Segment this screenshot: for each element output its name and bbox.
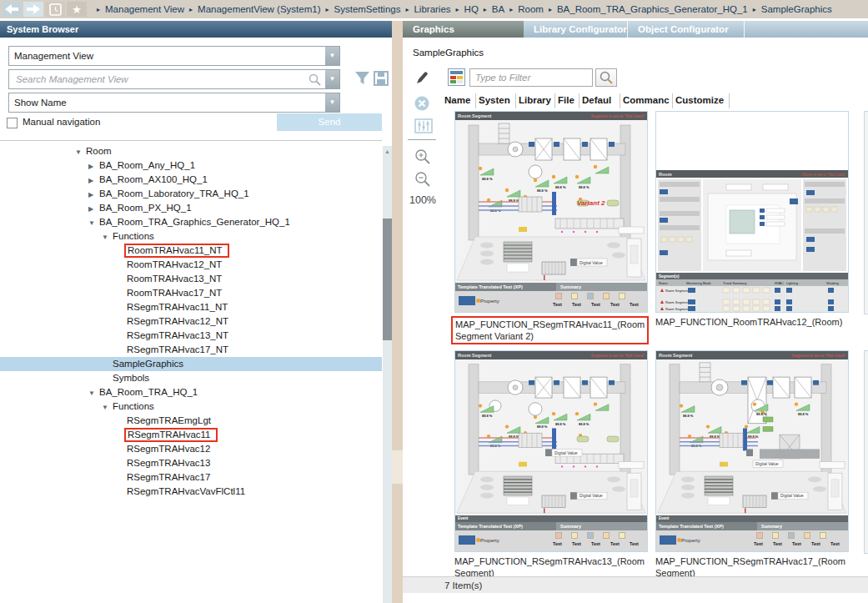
breadcrumb-item[interactable]: Room	[518, 4, 544, 14]
expand-arrow-icon[interactable]	[88, 216, 99, 230]
tree-item[interactable]: RoomTRAHvac17_NT	[0, 286, 382, 300]
tree-item[interactable]: RSegmTRAHvac12_NT	[0, 314, 382, 329]
send-button[interactable]: Send	[277, 113, 382, 131]
thumbnail-card-4[interactable]: Room Segment Segment is set to "Not Used…	[655, 350, 849, 552]
close-circle-icon[interactable]	[414, 96, 429, 111]
thumbnail-caption[interactable]: MAP_FUNCTION_RoomTRAHvac12_(Room)	[655, 316, 849, 328]
column-header[interactable]: Name	[442, 93, 476, 108]
tree-item[interactable]: RSegmTRAHvac12	[0, 442, 382, 456]
breadcrumb-item[interactable]: HQ	[464, 4, 479, 14]
expand-arrow-icon[interactable]	[102, 400, 113, 415]
scroll-up-icon[interactable]: ▲	[383, 148, 392, 154]
thumbnail-card-1[interactable]: Room Segment Segment is set to "Not Used…	[454, 111, 648, 313]
breadcrumb-item[interactable]: BA_Room_TRA_Graphics_Generator_HQ_1	[557, 4, 748, 14]
tree-item-room[interactable]: Room	[0, 144, 382, 158]
tree-item[interactable]: RSegmTRAHvac17_NT	[0, 343, 382, 357]
view-dropdown[interactable]: Management View ▼	[8, 46, 340, 66]
splitter-grip[interactable]	[392, 450, 403, 484]
manual-navigation-checkbox[interactable]	[7, 118, 18, 128]
forward-button[interactable]	[23, 2, 43, 17]
filter-search-button[interactable]	[595, 68, 617, 87]
svg-text:Digital Value: Digital Value	[755, 462, 779, 466]
thumbnail-card-partial[interactable]	[864, 111, 868, 314]
tree-item-functions[interactable]: Functions	[0, 229, 382, 244]
column-header[interactable]: Defaul	[580, 93, 620, 108]
breadcrumb-item[interactable]: SystemSettings	[334, 4, 401, 14]
tree-item[interactable]: RoomTRAHvac13_NT	[0, 272, 382, 286]
tree-item[interactable]: RSegmTRAHvac11_NT	[0, 300, 382, 314]
view-mode-button[interactable]	[448, 68, 465, 86]
collapse-arrow-icon[interactable]	[88, 202, 99, 216]
save-icon[interactable]	[374, 71, 389, 86]
collapse-arrow-icon[interactable]	[88, 188, 99, 202]
highlight-box: RoomTRAHvac11_NT	[124, 244, 229, 258]
chevron-down-icon[interactable]: ▼	[325, 47, 339, 65]
thumbnail-caption[interactable]: MAP_FUNCTION_RSegmTRAHvac13_(Room Segmen…	[454, 555, 648, 579]
collapse-arrow-icon[interactable]	[88, 173, 99, 188]
display-mode-dropdown[interactable]: Show Name ▼	[8, 93, 340, 113]
tree-item[interactable]: RoomTRAHvac12_NT	[0, 258, 382, 272]
system-browser-tree: Device Room BA_Room_Any_HQ_1 BA_Room_AX1…	[0, 140, 382, 603]
breadcrumb-item[interactable]: ManagementView (System1)	[198, 4, 320, 14]
sliders-icon[interactable]	[414, 118, 433, 133]
tree-item[interactable]: RoomTRAHvac11_NT	[0, 244, 382, 258]
tree-scrollbar[interactable]: ▲	[383, 146, 392, 603]
tree-item[interactable]: BA_Room_TRA_Graphics_Generator_HQ_1	[0, 215, 382, 229]
favorites-button[interactable]: ★	[67, 2, 87, 17]
zoom-out-icon[interactable]	[414, 171, 431, 188]
filter-input[interactable]	[469, 68, 593, 87]
history-button[interactable]	[45, 2, 65, 17]
tab-graphics[interactable]: Graphics	[403, 21, 524, 38]
breadcrumb-item[interactable]: Management View	[105, 4, 184, 14]
panel-splitter[interactable]	[392, 21, 403, 603]
hvac-schematic: 88.8 %88.8 %88.8 % 88.8 %88.8 %88.8 % Di…	[455, 359, 647, 515]
tree-item-functions[interactable]: Functions	[0, 399, 382, 414]
tree-item-samplegraphics[interactable]: SampleGraphics	[0, 357, 382, 371]
history-icon	[49, 3, 62, 16]
tree-item[interactable]: RSegmTRAHvacVavFlCtl11	[0, 485, 382, 499]
thumbnail-card-2[interactable]: Room Room is set to "Not Used" Segment(s…	[655, 111, 849, 313]
tab-library-configurator[interactable]: Library Configurator	[524, 21, 628, 38]
filter-icon[interactable]	[354, 71, 370, 86]
svg-text:88.8 %: 88.8 %	[683, 414, 694, 418]
back-button[interactable]	[2, 2, 22, 17]
tree-item[interactable]: BA_Room_Laboratory_TRA_HQ_1	[0, 187, 382, 201]
column-header[interactable]: Commanc	[620, 93, 673, 108]
chevron-down-icon[interactable]: ▼	[325, 93, 339, 112]
tree-item-symbols[interactable]: Symbols	[0, 371, 382, 385]
breadcrumb-item[interactable]: Libraries	[414, 4, 450, 14]
scrollbar-thumb[interactable]	[383, 219, 392, 340]
search-input[interactable]	[14, 70, 293, 88]
chevron-down-icon[interactable]: ▼	[325, 70, 339, 88]
column-header[interactable]: Customize	[673, 93, 730, 108]
breadcrumb-separator-icon: ▸	[97, 6, 100, 13]
breadcrumb-item[interactable]: BA	[492, 4, 504, 14]
tree-item[interactable]: RSegmTRAHvac13	[0, 456, 382, 470]
thumbnail-caption[interactable]: MAP_FUNCTION_RSegmTRAHvac11_(Room Segmen…	[454, 316, 648, 344]
tree-item[interactable]: BA_Room_TRA_HQ_1	[0, 385, 382, 399]
breadcrumb-item[interactable]: SampleGraphics	[761, 4, 832, 14]
thumbnail-card-3[interactable]: Room Segment Segment is set to "Not Used…	[454, 350, 648, 552]
expand-arrow-icon[interactable]	[75, 145, 86, 159]
expand-arrow-icon[interactable]	[88, 386, 99, 400]
breadcrumb-separator-icon: ▸	[189, 6, 193, 13]
zoom-in-icon[interactable]	[414, 148, 431, 165]
column-header[interactable]: Systen	[476, 93, 516, 108]
tree-item[interactable]: BA_Room_PX_HQ_1	[0, 201, 382, 215]
event-bar: Event	[455, 515, 647, 522]
tree-item[interactable]: BA_Room_AX100_HQ_1	[0, 173, 382, 187]
thumbnail-caption[interactable]: MAP_FUNCTION_RSegmTRAHvac17_(Room Segmen…	[655, 555, 849, 579]
search-field[interactable]: ▼	[8, 69, 340, 89]
tree-item[interactable]: RSegmTRAHvac17	[0, 470, 382, 485]
tree-item[interactable]: RSegmTRAEmgLgt	[0, 414, 382, 428]
tab-object-configurator[interactable]: Object Configurator	[628, 21, 745, 38]
column-header[interactable]: Library	[516, 93, 555, 108]
expand-arrow-icon[interactable]	[102, 230, 113, 244]
tree-item[interactable]: RSegmTRAHvac11	[0, 428, 382, 442]
collapse-arrow-icon[interactable]	[88, 159, 99, 173]
tree-item[interactable]: RSegmTRAHvac13_NT	[0, 329, 382, 343]
tree-item[interactable]: BA_Room_Any_HQ_1	[0, 158, 382, 173]
column-header[interactable]: File	[555, 93, 580, 108]
thumbnail-card-partial[interactable]	[864, 350, 868, 554]
edit-pencil-icon[interactable]	[414, 71, 429, 86]
